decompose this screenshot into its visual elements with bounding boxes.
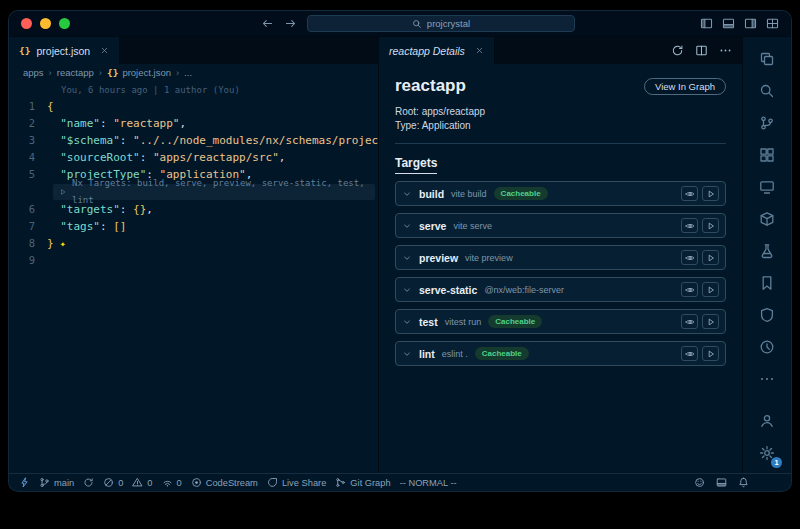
code-editor[interactable]: You, 6 hours ago | 1 author (You)1{2 "na… (9, 81, 378, 473)
settings-gear-icon[interactable]: 1 (753, 439, 781, 467)
errors[interactable]: 0 (103, 477, 123, 488)
target-config-button[interactable] (681, 250, 698, 265)
code-text: { (47, 98, 54, 115)
close-window-button[interactable] (21, 18, 32, 29)
toggle-left-sidebar-icon[interactable] (700, 17, 713, 30)
chevron-down-icon[interactable] (402, 221, 412, 231)
panel-layout[interactable] (716, 477, 727, 488)
command-center-search[interactable]: projcrystal (307, 15, 575, 32)
close-tab-icon[interactable] (475, 46, 484, 55)
code-line: 1{ (9, 98, 378, 115)
code-text: "name": "reactapp", (47, 115, 186, 132)
target-config-button[interactable] (681, 314, 698, 329)
warnings[interactable]: 0 (132, 477, 152, 488)
tab-project-json[interactable]: {} project.json (9, 37, 120, 64)
run-target-button[interactable] (702, 314, 719, 329)
errors-icon (103, 477, 114, 488)
target-config-button[interactable] (681, 218, 698, 233)
target-row-preview[interactable]: previewvite preview (395, 245, 726, 270)
live-share-icon (267, 477, 278, 488)
project-root-row: Root: apps/reactapp (395, 105, 726, 119)
root-value: apps/reactapp (422, 106, 485, 117)
copy-icon[interactable] (753, 45, 781, 73)
line-number: 4 (9, 149, 47, 166)
chevron-down-icon[interactable] (402, 285, 412, 295)
feedback-icon (694, 477, 705, 488)
warnings-label: 0 (147, 478, 152, 488)
git-branch[interactable]: main (39, 477, 74, 488)
line-number: 5 (9, 166, 47, 183)
breadcrumb-item-symbol[interactable]: ... (184, 67, 192, 78)
bookmarks-icon[interactable] (753, 269, 781, 297)
testing-flask-icon[interactable] (753, 237, 781, 265)
git-graph-icon (335, 477, 346, 488)
forward-arrow-icon[interactable] (284, 17, 297, 30)
line-number: 2 (9, 115, 47, 132)
git-graph[interactable]: Git Graph (335, 477, 390, 488)
feedback[interactable] (694, 477, 705, 488)
extensions-icon[interactable] (753, 141, 781, 169)
account-icon[interactable] (753, 407, 781, 435)
more-views-icon[interactable] (753, 365, 781, 393)
vim-mode[interactable]: -- NORMAL -- (400, 478, 457, 488)
target-row-serve[interactable]: servevite serve (395, 213, 726, 238)
notifications[interactable] (738, 477, 749, 488)
target-command: @nx/web:file-server (484, 285, 564, 295)
more-actions-icon[interactable] (719, 44, 732, 57)
remote-explorer-icon[interactable] (753, 173, 781, 201)
refresh-icon[interactable] (671, 44, 684, 57)
chevron-down-icon[interactable] (402, 317, 412, 327)
breadcrumb-item-reactapp[interactable]: reactapp (57, 67, 94, 78)
target-row-serve-static[interactable]: serve-static@nx/web:file-server (395, 277, 726, 302)
code-line: 7 "tags": [] (9, 218, 378, 235)
tab-reactapp-details[interactable]: reactapp Details (379, 37, 495, 64)
target-command: vite build (451, 189, 487, 199)
code-line: 2 "name": "reactapp", (9, 115, 378, 132)
toggle-right-sidebar-icon[interactable] (744, 17, 757, 30)
close-tab-icon[interactable] (100, 46, 109, 55)
target-config-button[interactable] (681, 282, 698, 297)
code-text: "tags": [] (47, 218, 127, 235)
target-actions (681, 282, 719, 297)
security-shield-icon[interactable] (753, 301, 781, 329)
cacheable-badge: Cacheable (494, 187, 548, 200)
nx-targets-codelens[interactable]: Nx Targets: build, serve, preview, serve… (53, 184, 375, 200)
breadcrumb-item-apps[interactable]: apps (23, 67, 44, 78)
run-target-button[interactable] (702, 218, 719, 233)
codestream[interactable]: CodeStream (191, 477, 258, 488)
source-control-icon[interactable] (753, 109, 781, 137)
ports[interactable]: 0 (162, 477, 182, 488)
timeline-clock-icon[interactable] (753, 333, 781, 361)
target-config-button[interactable] (681, 346, 698, 361)
back-arrow-icon[interactable] (261, 17, 274, 30)
search-text: projcrystal (427, 18, 470, 29)
run-target-button[interactable] (702, 282, 719, 297)
view-in-graph-button[interactable]: View In Graph (644, 78, 726, 95)
chevron-down-icon[interactable] (402, 349, 412, 359)
code-line: 9 (9, 252, 378, 269)
chevron-down-icon[interactable] (402, 189, 412, 199)
target-row-lint[interactable]: linteslint .Cacheable (395, 341, 726, 366)
search-icon[interactable] (753, 77, 781, 105)
run-target-button[interactable] (702, 186, 719, 201)
customize-layout-icon[interactable] (766, 17, 779, 30)
target-command: eslint . (442, 349, 468, 359)
split-editor-icon[interactable] (695, 44, 708, 57)
ports-label: 0 (177, 478, 182, 488)
docker-icon[interactable] (753, 205, 781, 233)
zoom-window-button[interactable] (59, 18, 70, 29)
run-target-button[interactable] (702, 346, 719, 361)
live-share[interactable]: Live Share (267, 477, 326, 488)
target-config-button[interactable] (681, 186, 698, 201)
target-row-build[interactable]: buildvite buildCacheable (395, 181, 726, 206)
minimize-window-button[interactable] (40, 18, 51, 29)
chevron-down-icon[interactable] (402, 253, 412, 263)
sync-changes[interactable] (83, 477, 94, 488)
run-target-button[interactable] (702, 250, 719, 265)
target-name: serve (419, 220, 446, 232)
breadcrumb-separator: › (49, 67, 52, 78)
target-row-test[interactable]: testvitest runCacheable (395, 309, 726, 334)
remote-indicator[interactable] (19, 477, 30, 488)
breadcrumb-item-file[interactable]: {} project.json (107, 67, 171, 78)
toggle-panel-icon[interactable] (722, 17, 735, 30)
